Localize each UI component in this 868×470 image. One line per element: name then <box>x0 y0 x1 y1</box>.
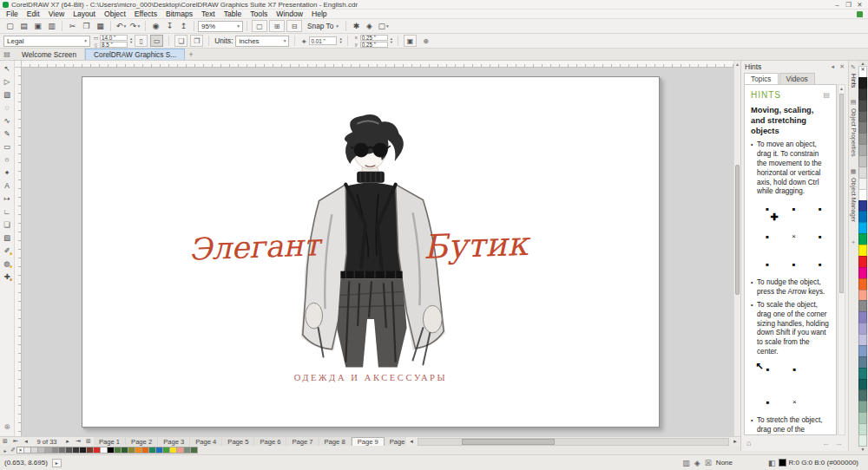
menu-effects[interactable]: Effects <box>130 10 161 18</box>
landscape-orientation-button[interactable]: ▭ <box>150 35 163 47</box>
menu-text[interactable]: Text <box>197 10 220 18</box>
menu-bitmaps[interactable]: Bitmaps <box>161 10 197 18</box>
page-tab-page-9[interactable]: Page 9 <box>352 437 385 446</box>
drop-shadow-tool[interactable]: ❏ <box>1 218 14 231</box>
toolbar-undo-button[interactable]: ↶▾ <box>115 20 128 33</box>
scroll-right-button[interactable]: ▸ <box>730 438 740 445</box>
transparency-tool[interactable]: ▧ <box>1 231 14 244</box>
snap-to-dropdown[interactable]: Snap To ▾ <box>304 22 342 30</box>
document-flyout-icon[interactable]: ▤ <box>0 49 14 60</box>
nudge-spinner[interactable]: ▴▾ <box>339 37 341 44</box>
previous-page-button[interactable]: ◂ <box>21 438 31 445</box>
page-tab-page-2[interactable]: Page 2 <box>126 437 158 446</box>
print-topic-icon[interactable]: ▤ <box>823 91 830 99</box>
hints-tab-topics[interactable]: Topics <box>744 73 779 84</box>
toolbar-search-content-button[interactable]: ◉ <box>149 20 162 33</box>
options-button[interactable]: ✱ <box>350 20 363 33</box>
welcome-plus-button[interactable]: ⊕ <box>419 35 432 47</box>
horizontal-ruler[interactable] <box>22 61 733 68</box>
color-swatch[interactable] <box>858 155 867 167</box>
page-tab-page-8[interactable]: Page 8 <box>319 437 352 446</box>
toolbar-cut-button[interactable]: ✂ <box>66 20 79 33</box>
page-tab-page-5[interactable]: Page 5 <box>222 437 254 446</box>
shape-tool[interactable]: ▷ <box>1 75 14 88</box>
toolbox-customize-button[interactable]: ⊕ <box>1 420 14 433</box>
docker-tab-hints[interactable]: ✎Hints <box>850 64 858 88</box>
color-swatch[interactable] <box>858 211 867 223</box>
color-eyedropper-tool[interactable]: ✐ <box>1 244 14 257</box>
menu-tools[interactable]: Tools <box>246 10 272 18</box>
corel-connect-button[interactable]: ◈ <box>363 20 376 33</box>
script-text-right[interactable]: Бутик <box>410 224 541 266</box>
menu-view[interactable]: View <box>44 10 69 18</box>
nudge-distance-input[interactable]: 0.01 " <box>309 36 337 45</box>
close-button[interactable]: ✕ <box>854 1 865 9</box>
hints-scrollbar[interactable]: ▲ <box>838 84 845 435</box>
hints-scroll-thumb[interactable] <box>839 94 844 293</box>
page-tab-page-7[interactable]: Page 7 <box>286 437 319 446</box>
artistic-media-tool[interactable]: ✎ <box>1 127 14 140</box>
application-launcher-button[interactable]: ▢ ▾ <box>377 20 390 33</box>
color-swatch[interactable] <box>858 100 867 112</box>
menu-help[interactable]: Help <box>307 10 332 18</box>
object-details-icon[interactable]: ▥ <box>682 459 690 467</box>
color-swatch[interactable] <box>858 178 867 190</box>
menu-file[interactable]: File <box>2 10 23 18</box>
color-swatch[interactable] <box>858 77 867 89</box>
restore-button[interactable]: ❐ <box>843 1 854 9</box>
color-swatch[interactable] <box>858 356 867 369</box>
canvas-horizontal-scrollbar[interactable] <box>418 438 729 446</box>
menu-table[interactable]: Table <box>220 10 247 18</box>
next-page-button[interactable]: ▸ <box>62 438 73 445</box>
add-page-end-button[interactable]: ⊞ <box>83 438 94 445</box>
toolbar-save-button[interactable]: ▣ <box>31 20 44 33</box>
document-page[interactable]: Элегант Бутик ОДЕЖДА И АКСЕССУАРЫ <box>82 76 660 428</box>
drawing-workspace[interactable]: Элегант Бутик ОДЕЖДА И АКСЕССУАРЫ <box>22 68 733 436</box>
smart-fill-tool[interactable]: ✚ <box>1 270 14 283</box>
page-height-input[interactable]: 8.5 " <box>100 42 128 48</box>
color-swatch[interactable] <box>858 189 867 201</box>
text-tool[interactable]: A <box>1 179 14 192</box>
connector-tool[interactable]: ∟ <box>1 205 14 218</box>
last-page-button[interactable]: ⇥ <box>73 438 83 445</box>
script-text-left[interactable]: Элегант <box>175 227 332 267</box>
back-icon[interactable]: ← <box>822 439 830 447</box>
zoom-tool[interactable]: ◌ <box>1 101 14 114</box>
zoom-level-select[interactable]: 95% ▾ <box>198 21 243 32</box>
menu-object[interactable]: Object <box>100 10 130 18</box>
parallel-dimension-tool[interactable]: ↦ <box>1 192 14 205</box>
page-tab-page-3[interactable]: Page 3 <box>158 437 190 446</box>
document-tab-coreldraw-graphics-s-[interactable]: CorelDRAW Graphics S... <box>85 49 185 60</box>
toolbar-import-button[interactable]: ↧ <box>163 20 176 33</box>
interactive-fill-tool[interactable]: ◍ <box>1 257 14 270</box>
toolbar-open-button[interactable]: ▤ <box>17 20 30 33</box>
first-page-button[interactable]: ⇤ <box>10 438 21 445</box>
toolbar-redo-button[interactable]: ↷▾ <box>128 20 141 33</box>
color-swatch[interactable] <box>858 166 867 179</box>
page-tab-page-10[interactable]: Page 10 <box>385 437 406 446</box>
units-select[interactable]: inches ▾ <box>235 36 289 47</box>
freehand-tool[interactable]: ∿ <box>1 114 14 127</box>
ruler-origin-box[interactable] <box>15 61 22 68</box>
show-guidelines-button[interactable]: ⊟ <box>286 20 302 32</box>
page-tab-page-6[interactable]: Page 6 <box>254 437 286 446</box>
coordinates-expand-button[interactable]: ▸ <box>52 459 62 467</box>
color-swatch[interactable] <box>858 88 867 101</box>
add-page-button[interactable]: ⊞ <box>0 438 10 445</box>
duplicate-x-input[interactable]: 0.25 " <box>360 35 388 41</box>
toolbar-export-button[interactable]: ↥ <box>177 20 190 33</box>
horizontal-scroll-thumb[interactable] <box>462 439 555 445</box>
color-swatch[interactable] <box>858 121 867 134</box>
scroll-up-icon[interactable]: ▲ <box>734 61 740 68</box>
ellipse-tool[interactable]: ○ <box>1 153 14 166</box>
vertical-scroll-thumb[interactable] <box>735 165 740 295</box>
forward-icon[interactable]: → <box>835 439 843 447</box>
color-swatch[interactable] <box>858 222 867 234</box>
page-dimensions-spinner[interactable]: ▴▾ <box>130 37 132 44</box>
color-swatch[interactable] <box>858 256 867 268</box>
page-width-input[interactable]: 14.0 " <box>100 35 128 41</box>
membership-icon[interactable] <box>857 11 863 17</box>
docker-tab-object-manager[interactable]: ▦Object Manager <box>850 168 858 222</box>
scroll-tabs-left-button[interactable]: ◂ <box>406 438 417 445</box>
polygon-tool[interactable]: ✦ <box>1 166 14 179</box>
